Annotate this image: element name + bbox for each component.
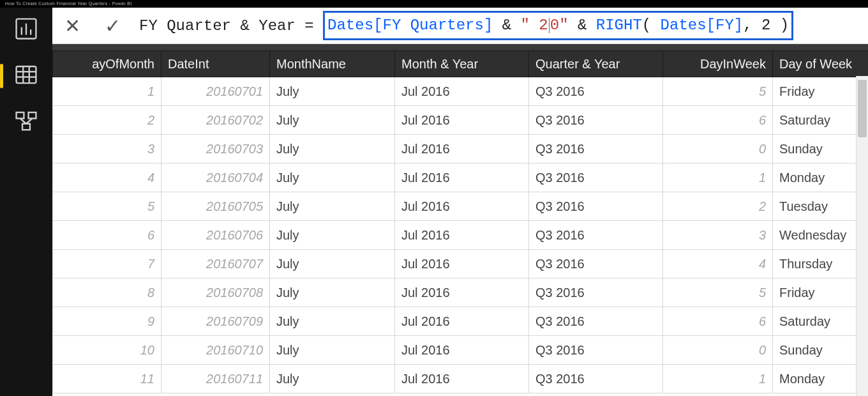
table-cell[interactable]: 20160704: [161, 164, 270, 192]
table-cell[interactable]: Jul 2016: [395, 106, 529, 135]
table-row[interactable]: 1020160710JulyJul 2016Q3 20160Sunday: [53, 336, 869, 365]
scrollbar-thumb[interactable]: [858, 80, 867, 137]
table-row[interactable]: 620160706JulyJul 2016Q3 20163Wednesday: [53, 221, 869, 250]
table-cell[interactable]: 20160706: [161, 221, 270, 250]
col-header-monthname[interactable]: MonthName: [270, 51, 395, 77]
table-cell[interactable]: Jul 2016: [395, 336, 529, 365]
table-cell[interactable]: Wednesday: [773, 221, 869, 250]
table-cell[interactable]: Monday: [773, 365, 869, 393]
table-cell[interactable]: Jul 2016: [395, 135, 529, 164]
table-cell[interactable]: 8: [53, 278, 161, 307]
nav-report-view[interactable]: [7, 15, 45, 45]
table-cell[interactable]: 3: [53, 135, 161, 164]
table-cell[interactable]: 20160710: [161, 336, 270, 365]
table-cell[interactable]: Q3 2016: [529, 250, 663, 278]
table-cell[interactable]: Q3 2016: [529, 336, 663, 365]
table-cell[interactable]: Jul 2016: [395, 164, 529, 192]
table-cell[interactable]: 20160701: [161, 77, 270, 106]
table-cell[interactable]: 2: [663, 192, 773, 221]
col-header-dayinweek[interactable]: DayInWeek: [663, 51, 773, 77]
table-cell[interactable]: 5: [663, 77, 773, 106]
nav-model-view[interactable]: [7, 107, 45, 137]
table-cell[interactable]: Q3 2016: [529, 77, 663, 106]
table-cell[interactable]: 2: [53, 106, 161, 135]
table-cell[interactable]: Tuesday: [773, 192, 869, 221]
table-cell[interactable]: July: [270, 192, 395, 221]
table-cell[interactable]: 11: [53, 365, 161, 393]
table-cell[interactable]: 20160703: [161, 135, 270, 164]
table-cell[interactable]: 20160709: [161, 307, 270, 336]
table-row[interactable]: 920160709JulyJul 2016Q3 20166Saturday: [53, 307, 869, 336]
col-header-quarter-year[interactable]: Quarter & Year: [529, 51, 663, 77]
table-cell[interactable]: 6: [53, 221, 161, 250]
table-cell[interactable]: 20160708: [161, 278, 270, 307]
table-cell[interactable]: Q3 2016: [529, 192, 663, 221]
table-cell[interactable]: Sunday: [773, 135, 869, 164]
table-cell[interactable]: 20160705: [161, 192, 270, 221]
table-cell[interactable]: Q3 2016: [529, 106, 663, 135]
col-header-dayofweek[interactable]: Day of Week: [773, 51, 869, 77]
table-cell[interactable]: 0: [663, 135, 773, 164]
table-cell[interactable]: Thursday: [773, 250, 869, 278]
table-row[interactable]: 520160705JulyJul 2016Q3 20162Tuesday: [53, 192, 869, 221]
table-cell[interactable]: 20160711: [161, 365, 270, 393]
table-row[interactable]: 820160708JulyJul 2016Q3 20165Friday: [53, 278, 869, 307]
table-cell[interactable]: 4: [53, 164, 161, 192]
table-cell[interactable]: Monday: [773, 164, 869, 192]
table-row[interactable]: 120160701JulyJul 2016Q3 20165Friday: [53, 77, 869, 106]
table-cell[interactable]: 10: [53, 336, 161, 365]
table-cell[interactable]: 1: [663, 365, 773, 393]
table-cell[interactable]: Q3 2016: [529, 278, 663, 307]
table-cell[interactable]: 9: [53, 307, 161, 336]
table-cell[interactable]: July: [270, 278, 395, 307]
table-cell[interactable]: Jul 2016: [395, 365, 529, 393]
table-cell[interactable]: 0: [663, 336, 773, 365]
table-cell[interactable]: Jul 2016: [395, 221, 529, 250]
table-cell[interactable]: 6: [663, 106, 773, 135]
table-cell[interactable]: July: [270, 250, 395, 278]
table-cell[interactable]: Jul 2016: [395, 192, 529, 221]
table-cell[interactable]: Friday: [773, 77, 869, 106]
data-grid[interactable]: ayOfMonth DateInt MonthName Month & Year…: [52, 50, 868, 393]
table-row[interactable]: 1120160711JulyJul 2016Q3 20161Monday: [53, 365, 869, 393]
table-cell[interactable]: Q3 2016: [529, 135, 663, 164]
table-cell[interactable]: July: [270, 336, 395, 365]
table-cell[interactable]: 6: [663, 307, 773, 336]
table-cell[interactable]: July: [270, 221, 395, 250]
table-cell[interactable]: 1: [663, 164, 773, 192]
table-row[interactable]: 220160702JulyJul 2016Q3 20166Saturday: [53, 106, 869, 135]
table-cell[interactable]: 20160707: [161, 250, 270, 278]
table-row[interactable]: 720160707JulyJul 2016Q3 20164Thursday: [53, 250, 869, 278]
table-cell[interactable]: 3: [663, 221, 773, 250]
formula-cancel-button[interactable]: ✕: [52, 8, 93, 43]
vertical-scrollbar[interactable]: [856, 76, 868, 396]
table-row[interactable]: 420160704JulyJul 2016Q3 20161Monday: [53, 164, 869, 192]
formula-accept-button[interactable]: ✓: [93, 8, 133, 43]
col-header-dayofmonth[interactable]: ayOfMonth: [53, 51, 161, 77]
table-cell[interactable]: Saturday: [773, 106, 869, 135]
table-cell[interactable]: Saturday: [773, 307, 869, 336]
table-row[interactable]: 320160703JulyJul 2016Q3 20160Sunday: [53, 135, 869, 164]
col-header-dateint[interactable]: DateInt: [161, 51, 270, 77]
table-cell[interactable]: Q3 2016: [529, 307, 663, 336]
table-cell[interactable]: July: [270, 164, 395, 192]
table-cell[interactable]: Jul 2016: [395, 307, 529, 336]
table-cell[interactable]: Jul 2016: [395, 278, 529, 307]
table-cell[interactable]: July: [270, 365, 395, 393]
table-cell[interactable]: Q3 2016: [529, 365, 663, 393]
table-cell[interactable]: Friday: [773, 278, 869, 307]
table-cell[interactable]: 5: [53, 192, 161, 221]
table-cell[interactable]: 20160702: [161, 106, 270, 135]
table-cell[interactable]: 7: [53, 250, 161, 278]
table-cell[interactable]: July: [270, 106, 395, 135]
table-cell[interactable]: 1: [53, 77, 161, 106]
table-cell[interactable]: Q3 2016: [529, 164, 663, 192]
nav-data-view[interactable]: [7, 61, 45, 91]
formula-input[interactable]: FY Quarter & Year = Dates[FY Quarters] &…: [133, 8, 868, 43]
table-cell[interactable]: July: [270, 307, 395, 336]
table-cell[interactable]: 5: [663, 278, 773, 307]
table-cell[interactable]: July: [270, 135, 395, 164]
table-cell[interactable]: 4: [663, 250, 773, 278]
col-header-month-year[interactable]: Month & Year: [395, 51, 529, 77]
table-cell[interactable]: Jul 2016: [395, 250, 529, 278]
